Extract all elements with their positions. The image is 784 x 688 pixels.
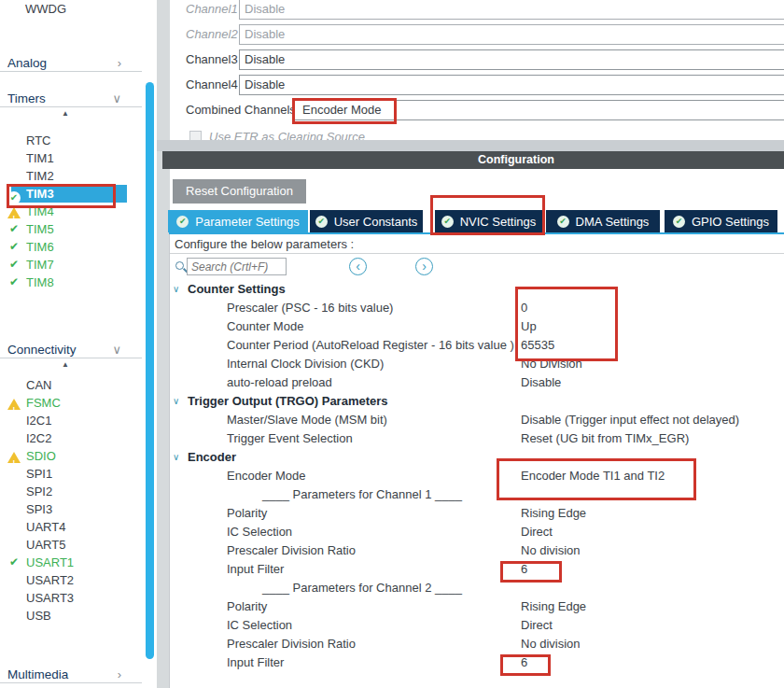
sidebar-item-rtc[interactable]: RTC bbox=[0, 132, 145, 149]
parameter-value[interactable]: No Division bbox=[521, 355, 582, 373]
chevron-down-icon[interactable]: ∨ bbox=[173, 392, 186, 411]
sidebar-section-label: Connectivity bbox=[7, 343, 77, 357]
parameter-value[interactable]: Direct bbox=[521, 616, 553, 635]
warning-triangle-icon bbox=[7, 207, 21, 218]
sidebar-section-analog[interactable]: Analog› bbox=[0, 54, 142, 72]
scroll-up-arrow-icon[interactable]: ▲ bbox=[0, 358, 131, 371]
parameter-label: Master/Slave Mode (MSM bit) bbox=[227, 411, 387, 429]
parameter-value[interactable]: Disable bbox=[521, 373, 561, 392]
sidebar-section-label: Analog bbox=[7, 56, 47, 70]
sidebar-item-label: TIM5 bbox=[26, 222, 54, 236]
parameter-value[interactable]: Disable (Trigger input effect not delaye… bbox=[521, 411, 739, 429]
sidebar-item-usart3[interactable]: USART3 bbox=[0, 589, 145, 607]
previous-match-button[interactable]: ‹ bbox=[349, 258, 367, 275]
mode-panel: Channel1DisableChannel2DisableChannel3Di… bbox=[170, 0, 784, 140]
sidebar-item-tim3[interactable]: ✔TIM3 bbox=[0, 185, 145, 203]
mode-row-label: Combined Channels bbox=[186, 99, 296, 121]
tab-gpio-settings[interactable]: ✔GPIO Settings bbox=[665, 210, 777, 232]
parameter-value[interactable]: Rising Edge bbox=[521, 597, 586, 616]
stm32cubemx-window: WWDG Analog›Timers∨▲RTCTIM1TIM2✔TIM3TIM4… bbox=[0, 0, 784, 688]
sidebar-item-tim6[interactable]: ✔TIM6 bbox=[0, 238, 145, 256]
parameter-value[interactable]: 65535 bbox=[521, 336, 554, 355]
sidebar-item-label: RTC bbox=[26, 133, 50, 147]
sidebar-item-label: SPI2 bbox=[26, 484, 52, 498]
sidebar-item-wwdg[interactable]: WWDG bbox=[0, 0, 145, 17]
tab-user-constants[interactable]: ✔User Constants bbox=[310, 210, 423, 232]
sidebar-item-label: USART1 bbox=[26, 555, 74, 569]
parameter-value[interactable]: Direct bbox=[521, 523, 553, 541]
check-circle-icon: ✔ bbox=[673, 216, 685, 228]
chevron-down-icon: ∨ bbox=[112, 341, 121, 358]
mode-row-select: Disable bbox=[239, 24, 784, 45]
parameter-row: Master/Slave Mode (MSM bit)Disable (Trig… bbox=[170, 411, 784, 429]
tab-dma-settings[interactable]: ✔DMA Settings bbox=[546, 210, 660, 232]
sidebar-item-label: SPI1 bbox=[26, 467, 52, 481]
sidebar-item-label: USART3 bbox=[26, 591, 74, 605]
sidebar-item-i2c1[interactable]: I2C1 bbox=[0, 412, 145, 429]
mode-row-combined-channels: Combined ChannelsEncoder Mode bbox=[170, 99, 784, 121]
mode-row-select[interactable]: Disable bbox=[239, 49, 784, 70]
check-icon: ✔ bbox=[7, 276, 21, 288]
chevron-down-icon[interactable]: ∨ bbox=[173, 280, 186, 299]
tab-parameter-settings[interactable]: ✔Parameter Settings bbox=[168, 210, 308, 232]
sidebar-item-can[interactable]: CAN bbox=[0, 376, 145, 394]
search-input[interactable] bbox=[187, 258, 287, 275]
sidebar-item-fsmc[interactable]: FSMC bbox=[0, 394, 145, 412]
reset-configuration-button[interactable]: Reset Configuration bbox=[173, 179, 306, 204]
sidebar-section-timers[interactable]: Timers∨ bbox=[0, 90, 142, 107]
parameter-value[interactable]: Encoder Mode TI1 and TI2 bbox=[521, 467, 665, 485]
check-circle-icon: ✔ bbox=[315, 216, 328, 228]
parameter-row: Internal Clock Division (CKD)No Division bbox=[170, 355, 784, 373]
scroll-up-arrow-icon[interactable]: ▲ bbox=[0, 107, 131, 119]
sidebar-section-connectivity[interactable]: Connectivity∨ bbox=[0, 341, 142, 358]
sidebar-item-tim8[interactable]: ✔TIM8 bbox=[0, 274, 145, 291]
sidebar-scrollbar[interactable] bbox=[146, 82, 154, 659]
parameter-value[interactable]: 6 bbox=[521, 653, 527, 672]
parameter-label: Input Filter bbox=[227, 653, 284, 672]
settings-tab-bar: ✔Parameter Settings✔User Constants✔NVIC … bbox=[168, 210, 777, 232]
sidebar-item-tim7[interactable]: ✔TIM7 bbox=[0, 256, 145, 274]
mode-row-select[interactable]: Disable bbox=[239, 75, 784, 95]
no-status-icon bbox=[7, 592, 21, 604]
sidebar-item-tim5[interactable]: ✔TIM5 bbox=[0, 220, 145, 238]
parameter-value[interactable]: 0 bbox=[521, 299, 527, 317]
tab-nvic-settings[interactable]: ✔NVIC Settings bbox=[435, 210, 542, 232]
parameter-label: Encoder Mode bbox=[227, 467, 306, 485]
warning-icon bbox=[7, 205, 21, 218]
no-status-icon bbox=[7, 574, 21, 586]
parameter-value[interactable]: 6 bbox=[521, 560, 527, 579]
channel-separator-label: ____ Parameters for Channel 1 ____ bbox=[262, 485, 462, 504]
parameter-row: Prescaler Division RatioNo division bbox=[170, 541, 784, 560]
parameter-value[interactable]: Reset (UG bit from TIMx_EGR) bbox=[521, 429, 689, 448]
parameter-separator-row: ____ Parameters for Channel 2 ____ bbox=[170, 579, 784, 597]
parameter-value[interactable]: Up bbox=[521, 317, 537, 336]
sidebar-item-uart4[interactable]: UART4 bbox=[0, 518, 145, 536]
configure-prompt: Configure the below parameters : bbox=[170, 234, 784, 254]
parameter-value[interactable]: No division bbox=[521, 541, 581, 560]
next-match-button[interactable]: › bbox=[415, 258, 433, 275]
parameter-value[interactable]: No division bbox=[521, 635, 581, 653]
check-icon: ✔ bbox=[7, 556, 21, 569]
sidebar-item-tim1[interactable]: TIM1 bbox=[0, 149, 145, 167]
sidebar-item-spi3[interactable]: SPI3 bbox=[0, 500, 145, 518]
etr-checkbox[interactable] bbox=[189, 131, 202, 140]
sidebar-item-tim2[interactable]: TIM2 bbox=[0, 167, 145, 185]
mode-row-select[interactable]: Encoder Mode bbox=[292, 100, 784, 120]
sidebar-item-usart1[interactable]: ✔USART1 bbox=[0, 554, 145, 571]
parameter-value[interactable]: Rising Edge bbox=[521, 504, 586, 523]
sidebar-item-sdio[interactable]: SDIO bbox=[0, 447, 145, 465]
sidebar-item-spi2[interactable]: SPI2 bbox=[0, 483, 145, 500]
sidebar-section-multimedia[interactable]: Multimedia› bbox=[0, 666, 142, 683]
sidebar-item-uart5[interactable]: UART5 bbox=[0, 536, 145, 554]
sidebar-item-spi1[interactable]: SPI1 bbox=[0, 465, 145, 483]
no-status-icon bbox=[7, 521, 21, 533]
sidebar-item-usart2[interactable]: USART2 bbox=[0, 571, 145, 589]
sidebar-item-usb[interactable]: USB bbox=[0, 607, 145, 625]
sidebar-item-tim4[interactable]: TIM4 bbox=[0, 203, 145, 220]
sidebar-item-i2c2[interactable]: I2C2 bbox=[0, 429, 145, 447]
parameter-label: auto-reload preload bbox=[227, 373, 332, 392]
chevron-down-icon[interactable]: ∨ bbox=[173, 448, 186, 467]
parameter-group-label: Trigger Output (TRGO) Parameters bbox=[188, 392, 388, 411]
no-status-icon bbox=[7, 503, 21, 515]
check-icon: ✔ bbox=[7, 259, 21, 271]
